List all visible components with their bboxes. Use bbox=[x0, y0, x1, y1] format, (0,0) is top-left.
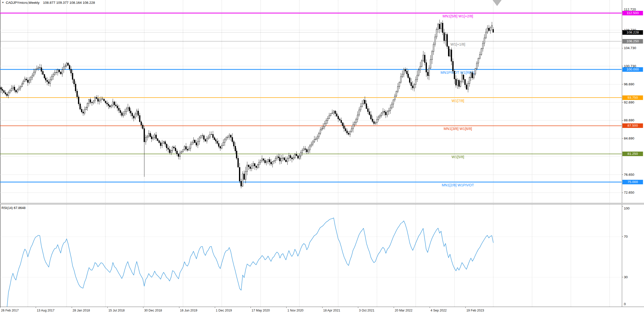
time-axis-tick bbox=[394, 307, 394, 308]
rsi-axis-label: 30 bbox=[624, 275, 628, 279]
time-axis-tick bbox=[0, 307, 0, 308]
level-price-badge: 106.250 bbox=[622, 39, 643, 44]
time-axis-tick bbox=[72, 307, 72, 308]
chart-window: ▼CADJPYmicro,Weekly108.877 109.377 108.1… bbox=[0, 0, 644, 315]
time-axis-tick bbox=[143, 307, 143, 308]
time-axis-tick bbox=[251, 307, 251, 308]
murrey-line-label: MN1[5/8] W1[+2/8] bbox=[442, 14, 473, 18]
price-axis-tick bbox=[622, 193, 623, 193]
rsi-indicator-label: RSI(14) 67.8648 bbox=[2, 206, 25, 210]
rsi-pane-canvas[interactable] bbox=[0, 204, 622, 307]
murrey-line-label: MN1[3/8] W1[6/8] bbox=[444, 127, 472, 131]
level-price-badge: 75.000 bbox=[622, 180, 643, 184]
time-axis-tick bbox=[215, 307, 215, 308]
price-axis-label: 88.690 bbox=[624, 118, 634, 122]
level-price-badge: 112.500 bbox=[622, 11, 643, 15]
rsi-axis-tick bbox=[622, 206, 623, 206]
level-price-badge: 87.500 bbox=[622, 123, 643, 128]
price-axis-tick bbox=[622, 48, 623, 48]
time-axis-tick bbox=[322, 307, 323, 308]
time-axis-label: 30 Dec 2018 bbox=[144, 309, 162, 312]
time-axis[interactable]: 26 Feb 201713 Aug 201728 Jan 201815 Jul … bbox=[0, 307, 644, 315]
price-axis-tick bbox=[622, 138, 623, 138]
level-price-badge: 93.750 bbox=[622, 95, 643, 100]
main-chart-canvas[interactable]: MN1[5/8] W1[+2/8]W1[+1/8]MN1PIVOT W1[RES… bbox=[0, 0, 622, 203]
time-axis-label: 4 Sep 2022 bbox=[431, 309, 447, 312]
price-axis-tick bbox=[622, 120, 623, 121]
symbol-dropdown-icon[interactable]: ▼ bbox=[2, 1, 4, 4]
rsi-axis-label: 0 bbox=[624, 302, 626, 306]
symbol-period-label: CADJPYmicro,Weekly bbox=[6, 1, 39, 5]
level-price-badge: 100.000 bbox=[622, 67, 643, 72]
time-axis-label: 20 Mar 2022 bbox=[395, 309, 412, 312]
price-axis-label: 76.650 bbox=[624, 173, 634, 177]
price-axis-label: 104.730 bbox=[624, 46, 636, 50]
time-axis-label: 28 Jan 2018 bbox=[73, 309, 90, 312]
rsi-axis-tick bbox=[622, 277, 623, 277]
time-axis-label: 18 Apr 2021 bbox=[323, 309, 340, 312]
candlesticks bbox=[1, 20, 494, 188]
price-axis-label: 84.690 bbox=[624, 136, 634, 140]
price-axis-tick bbox=[622, 102, 623, 102]
time-axis-label: 1 Nov 2020 bbox=[287, 309, 303, 312]
price-axis[interactable]: 112.720108.730104.730100.73096.69092.690… bbox=[622, 0, 644, 307]
murrey-line-label: MN1PIVOT W1[RES] bbox=[440, 71, 475, 75]
chart-title: ▼CADJPYmicro,Weekly108.877 109.377 108.1… bbox=[2, 1, 95, 5]
rsi-axis-label: 100 bbox=[624, 206, 630, 210]
time-axis-tick bbox=[179, 307, 179, 308]
price-axis-label: 96.690 bbox=[624, 82, 634, 86]
price-axis-label: 72.650 bbox=[624, 191, 634, 194]
murrey-line-label: W1[7/8] bbox=[452, 99, 464, 103]
time-axis-label: 13 Aug 2017 bbox=[37, 309, 54, 312]
time-axis-tick bbox=[465, 307, 466, 308]
level-price-badge: 81.250 bbox=[622, 152, 643, 156]
current-price-badge: 108.228 bbox=[622, 30, 643, 35]
murrey-line-label: W1[5/8] bbox=[452, 155, 464, 159]
time-axis-label: 26 Feb 2017 bbox=[1, 309, 19, 312]
price-axis-tick bbox=[622, 84, 623, 84]
rsi-line bbox=[3, 218, 493, 307]
price-axis-label: 92.690 bbox=[624, 100, 634, 104]
time-axis-label: 17 May 2020 bbox=[252, 309, 270, 312]
time-axis-tick bbox=[36, 307, 36, 308]
ohlc-values: 108.877 109.377 108.164 108.228 bbox=[43, 1, 95, 5]
murrey-line-label: W1[+1/8] bbox=[451, 42, 465, 46]
time-axis-label: 19 Feb 2023 bbox=[466, 309, 484, 312]
price-axis-tick bbox=[622, 66, 623, 66]
rsi-axis-label: 70 bbox=[624, 235, 628, 238]
price-axis-tick bbox=[622, 174, 623, 175]
time-axis-tick bbox=[107, 307, 108, 308]
time-axis-label: 1 Dec 2019 bbox=[216, 309, 232, 312]
pane-splitter[interactable] bbox=[0, 203, 644, 204]
time-axis-label: 3 Oct 2021 bbox=[359, 309, 374, 312]
time-axis-tick bbox=[358, 307, 358, 308]
time-axis-tick bbox=[430, 307, 430, 308]
time-axis-label: 15 Jul 2018 bbox=[108, 309, 125, 312]
time-axis-tick bbox=[286, 307, 287, 308]
mouse-cursor-icon bbox=[493, 0, 502, 6]
murrey-line-label: MN1[2/8] W1PIVOT bbox=[442, 183, 474, 187]
rsi-axis-tick bbox=[622, 236, 623, 237]
time-axis-label: 16 Jun 2019 bbox=[180, 309, 197, 312]
